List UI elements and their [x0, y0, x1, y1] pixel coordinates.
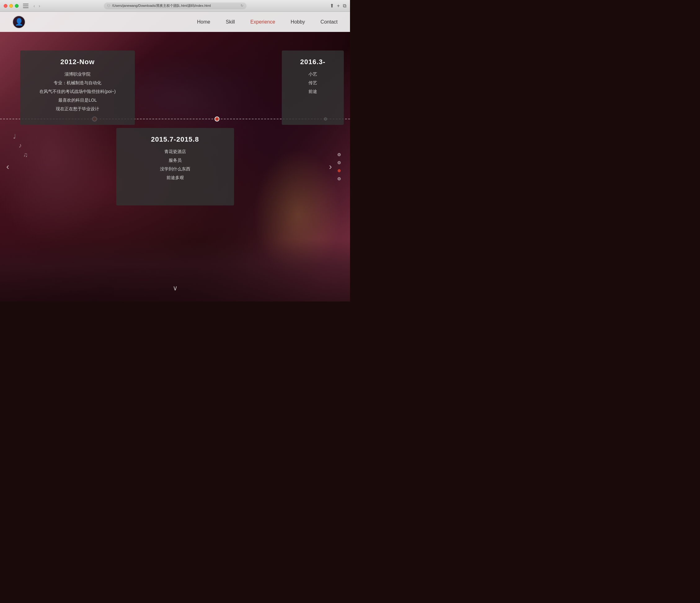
navbar: 👤 Home Skill Experience Hobby Contact	[0, 12, 350, 32]
browser-nav: ‹ ›	[32, 3, 41, 9]
forward-button[interactable]: ›	[38, 3, 42, 9]
prev-arrow[interactable]: ‹	[3, 157, 12, 176]
nav-home[interactable]: Home	[197, 19, 210, 25]
minimize-button[interactable]	[9, 4, 13, 8]
address-bar[interactable]: 🛡 /Users/janewang/Downloads/黑夜主权个团队.html…	[104, 2, 247, 9]
close-button[interactable]	[4, 4, 7, 8]
fullscreen-button[interactable]	[15, 4, 19, 8]
pagination-dot-2[interactable]	[338, 161, 341, 164]
timeline-section: 2012-Now 淄博职业学院 专业：机械制造与自动化 在风气不佳的考试战场中险…	[0, 32, 350, 302]
browser-actions: ⬆ + ⧉	[330, 3, 346, 9]
browser-chrome: ‹ › 🛡 /Users/janewang/Downloads/黑夜主权个团队.…	[0, 0, 350, 12]
card-2012-line-1: 淄博职业学院	[26, 70, 129, 78]
card-2015-line-4: 前途多艰	[122, 173, 228, 182]
card-2016-line-3: 前途	[288, 87, 338, 96]
avatar: 👤	[12, 16, 25, 28]
card-2012-line-5: 现在正在愁于毕业设计	[26, 104, 129, 113]
card-2016-line-1: 小艺	[288, 70, 338, 78]
card-2015-line-3: 没学到什么东西	[122, 164, 228, 173]
pagination-dot-4[interactable]	[338, 177, 341, 180]
pagination-dots	[338, 153, 341, 180]
new-tab-button[interactable]: +	[337, 3, 340, 9]
tab-overview-button[interactable]: ⧉	[343, 3, 346, 9]
experience-card-2015: 2015.7-2015.8 青花瓷酒店 服务员 没学到什么东西 前途多艰	[116, 128, 234, 205]
share-button[interactable]: ⬆	[330, 3, 334, 9]
card-2012-line-3: 在风气不佳的考试战场中险些挂科(poi~)	[26, 87, 129, 96]
nav-experience[interactable]: Experience	[250, 19, 275, 25]
pagination-dot-3[interactable]	[338, 169, 341, 172]
card-2016-line-2: 传艺	[288, 78, 338, 87]
reload-icon[interactable]: ↻	[241, 4, 243, 8]
card-2012-body: 淄博职业学院 专业：机械制造与自动化 在风气不佳的考试战场中险些挂科(poi~)…	[26, 70, 129, 113]
scroll-hint[interactable]: ∨	[173, 284, 178, 292]
nav-hobby[interactable]: Hobby	[291, 19, 305, 25]
card-2015-body: 青花瓷酒店 服务员 没学到什么东西 前途多艰	[122, 147, 228, 182]
card-2015-title: 2015.7-2015.8	[122, 135, 228, 143]
card-2016-title: 2016.3-	[288, 58, 338, 66]
card-2015-line-1: 青花瓷酒店	[122, 147, 228, 156]
experience-card-2012: 2012-Now 淄博职业学院 专业：机械制造与自动化 在风气不佳的考试战场中险…	[20, 51, 135, 125]
back-button[interactable]: ‹	[32, 3, 36, 9]
card-2016-body: 小艺 传艺 前途	[288, 70, 338, 96]
site-wrapper: ♩ ♪ ♫ 👤 Home Skill Experience Hobby Cont…	[0, 12, 350, 302]
scroll-hint-icon: ∨	[173, 284, 178, 292]
nav-links: Home Skill Experience Hobby Contact	[197, 19, 338, 25]
pagination-dot-1[interactable]	[338, 153, 341, 156]
nav-skill[interactable]: Skill	[226, 19, 235, 25]
card-2012-title: 2012-Now	[26, 58, 129, 66]
sidebar-toggle-button[interactable]	[23, 4, 28, 8]
card-2015-line-2: 服务员	[122, 156, 228, 164]
experience-card-2016: 2016.3- 小艺 传艺 前途	[282, 51, 344, 125]
shield-icon: 🛡	[107, 4, 110, 8]
url-text: /Users/janewang/Downloads/黑夜主权个团队.html源码…	[112, 3, 239, 8]
next-arrow[interactable]: ›	[326, 157, 335, 176]
card-2012-line-4: 最喜欢的科目是LOL	[26, 96, 129, 104]
card-2012-line-2: 专业：机械制造与自动化	[26, 78, 129, 87]
nav-contact[interactable]: Contact	[321, 19, 338, 25]
timeline-dot-2	[215, 116, 220, 122]
